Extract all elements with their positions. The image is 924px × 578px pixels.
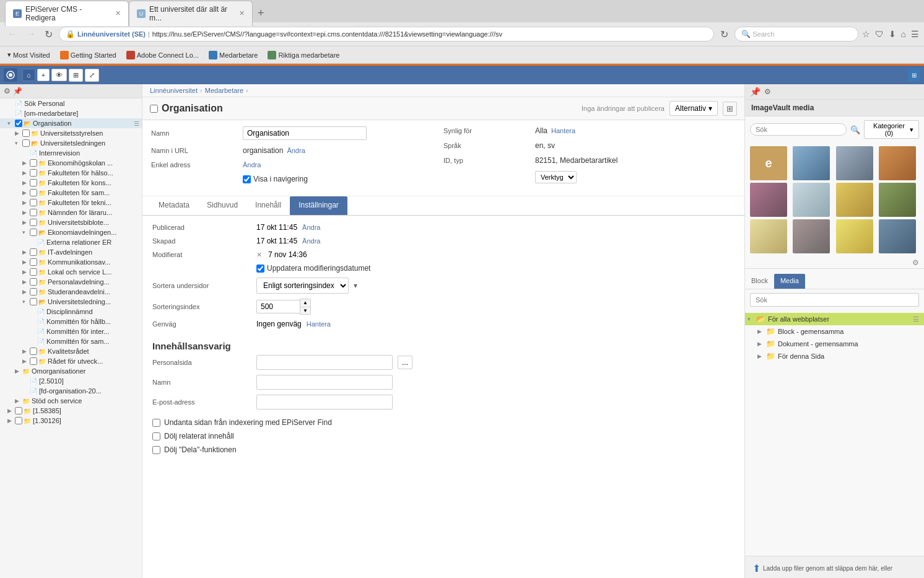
tab-close-1[interactable]: ✕ bbox=[115, 9, 121, 17]
alternativ-button[interactable]: Alternativ ▾ bbox=[669, 101, 718, 116]
sidebar-item-organisation[interactable]: ▾ 📂 Organisation ☰ bbox=[0, 118, 142, 128]
relaterat-checkbox[interactable] bbox=[152, 432, 160, 440]
sidebar-item-studerandeavdelni[interactable]: ▶ 📁 Studerandeavdelni... bbox=[0, 287, 142, 297]
epost-input[interactable] bbox=[256, 395, 393, 409]
tab-metadata[interactable]: Metadata bbox=[150, 196, 198, 215]
sidebar-item-fd-organisation[interactable]: 📄 [fd-organisation-20... bbox=[0, 386, 142, 396]
bookmark-getting-started[interactable]: Getting Started bbox=[58, 50, 119, 61]
tree-checkbox[interactable] bbox=[30, 189, 37, 196]
tree-checkbox[interactable] bbox=[30, 229, 37, 236]
skapad-andra-link[interactable]: Ändra bbox=[302, 237, 320, 245]
sidebar-item-fakulteten-halso[interactable]: ▶ 📁 Fakulteten för hälso... bbox=[0, 168, 142, 178]
tree-checkbox[interactable] bbox=[30, 248, 37, 256]
fullscreen-button[interactable]: ⤢ bbox=[85, 69, 99, 82]
tab-installningar[interactable]: Inställningar bbox=[290, 196, 347, 215]
sortera-arrow-icon[interactable]: ▾ bbox=[354, 281, 357, 290]
image-thumb-2[interactable] bbox=[793, 146, 830, 180]
pin-icon[interactable]: 📌 bbox=[13, 87, 22, 95]
browser-tab-2[interactable]: U Ett universitet där allt är m... ✕ bbox=[129, 1, 253, 26]
sidebar-item-fakulteten-tekni[interactable]: ▶ 📁 Fakulteten för tekni... bbox=[0, 198, 142, 208]
tree-checkbox[interactable] bbox=[30, 288, 37, 296]
sidebar-item-universitetsledning2[interactable]: ▾ 📂 Universitetsledning... bbox=[0, 297, 142, 307]
tree-checkbox[interactable] bbox=[15, 407, 22, 414]
enkel-adress-andra-link[interactable]: Ändra bbox=[243, 161, 261, 169]
imagevault-search-icon[interactable]: 🔍 bbox=[850, 125, 860, 134]
tree-checkbox[interactable] bbox=[30, 209, 37, 216]
image-thumb-5[interactable] bbox=[750, 183, 787, 217]
url-bar[interactable]: 🔒 Linnéuniversitet (SE) | https://lnu.se… bbox=[59, 27, 714, 42]
personalsida-browse-button[interactable]: ... bbox=[398, 356, 412, 369]
kategorier-button[interactable]: Kategorier (0) ▾ bbox=[864, 120, 919, 139]
sidebar-item-1-30126[interactable]: ▶ 📁 [1.30126] bbox=[0, 416, 142, 426]
sidebar-item-disciplinnämnd[interactable]: 📄 Disciplinnämnd bbox=[0, 307, 142, 317]
tree-checkbox[interactable] bbox=[30, 298, 37, 305]
sidebar-item-externa-relationer[interactable]: 📄 Externa relationer ER bbox=[0, 237, 142, 247]
block-search-input[interactable] bbox=[750, 293, 919, 307]
bookmark-adobe[interactable]: Adobe Connect Lo... bbox=[124, 50, 201, 61]
namn-person-input[interactable] bbox=[256, 375, 393, 390]
tree-checkbox[interactable] bbox=[30, 348, 37, 355]
sorteringsindex-spin-up[interactable]: ▲ bbox=[300, 299, 310, 307]
forward-button[interactable]: → bbox=[24, 27, 38, 41]
imagevault-search-input[interactable] bbox=[750, 123, 847, 136]
add-content-button[interactable]: + bbox=[37, 69, 50, 81]
refresh-button[interactable]: ↻ bbox=[718, 27, 731, 42]
sortera-select[interactable]: Enligt sorteringsindex bbox=[256, 278, 349, 294]
view-button[interactable]: 👁 bbox=[51, 69, 67, 81]
tree-checkbox[interactable] bbox=[30, 258, 37, 266]
sidebar-item-stod-service[interactable]: ▶ 📁 Stöd och service bbox=[0, 396, 142, 406]
image-thumb-4[interactable] bbox=[879, 146, 916, 180]
uppdatera-checkbox[interactable] bbox=[256, 265, 264, 273]
image-thumb-7[interactable] bbox=[836, 183, 873, 217]
indexering-checkbox[interactable] bbox=[152, 419, 160, 427]
sidebar-item-2-5010[interactable]: 📄 [2.5010] bbox=[0, 376, 142, 386]
sidebar-item-universitetsstyrelsen[interactable]: ▶ 📁 Universitetsstyrelsen bbox=[0, 128, 142, 138]
sidebar-item-fakulteten-sam[interactable]: ▶ 📁 Fakulteten för sam... bbox=[0, 188, 142, 198]
tree-checkbox[interactable] bbox=[22, 139, 30, 147]
image-thumb-8[interactable] bbox=[879, 183, 916, 217]
sidebar-item-omorganisationer[interactable]: ▶ 📁 Omorganisationer bbox=[0, 366, 142, 376]
image-thumb-9[interactable] bbox=[750, 219, 787, 253]
sorteringsindex-input[interactable] bbox=[256, 300, 300, 313]
bookmark-medarbetare[interactable]: Medarbetare bbox=[206, 50, 260, 61]
sidebar-item-lokal-service[interactable]: ▶ 📁 Lokal och service L... bbox=[0, 267, 142, 277]
sidebar-item-kommitten-hallb[interactable]: 📄 Kommittén för hållb... bbox=[0, 317, 142, 326]
sidebar-item-personalavdelning[interactable]: ▶ 📁 Personalavdelning... bbox=[0, 277, 142, 287]
visa-navigering-checkbox[interactable] bbox=[243, 175, 251, 183]
imagevault-settings-icon[interactable]: ⚙ bbox=[912, 258, 919, 267]
star-icon[interactable]: ☆ bbox=[862, 29, 870, 39]
layout-button[interactable]: ⊞ bbox=[69, 69, 83, 82]
file-menu-btn-alla[interactable]: ☰ bbox=[913, 315, 919, 323]
reload-button[interactable]: ↻ bbox=[42, 27, 55, 42]
tree-checkbox-organisation[interactable] bbox=[15, 120, 22, 127]
tree-checkbox[interactable] bbox=[30, 268, 37, 276]
sidebar-item-kommitten-sam[interactable]: 📄 Kommittén för sam... bbox=[0, 336, 142, 346]
personalsida-input[interactable] bbox=[256, 355, 393, 370]
media-tab[interactable]: Media bbox=[774, 274, 805, 289]
sidebar-item-kommitten-inter[interactable]: 📄 Kommittén för inter... bbox=[0, 326, 142, 336]
publicerad-andra-link[interactable]: Ändra bbox=[302, 224, 320, 231]
image-thumb-6[interactable] bbox=[793, 183, 830, 217]
shield-icon[interactable]: 🛡 bbox=[875, 29, 884, 39]
breadcrumb-link-linne[interactable]: Linnéuniversitet bbox=[150, 87, 198, 94]
bookmark-most-visited[interactable]: ▾ Most Visited bbox=[5, 50, 53, 60]
file-tree-for-denna-sida[interactable]: ▶ 📁 För denna Sida bbox=[745, 350, 924, 362]
sidebar-item-sok-personal[interactable]: 📄 Sök Personal bbox=[0, 99, 142, 108]
sidebar-item-kvalitetsradet[interactable]: ▶ 📁 Kvalitetsrådet bbox=[0, 346, 142, 356]
synlig-for-hantera-link[interactable]: Hantera bbox=[551, 127, 575, 134]
bookmark-icon[interactable]: ☰ bbox=[911, 29, 919, 39]
namn-url-andra-link[interactable]: Ändra bbox=[287, 147, 305, 154]
tab-innehall[interactable]: Innehåll bbox=[246, 196, 290, 215]
sidebar-item-internrevision[interactable]: 📄 Internrevision bbox=[0, 148, 142, 158]
tree-checkbox[interactable] bbox=[30, 357, 37, 365]
layout-toggle-button[interactable]: ⊞ bbox=[723, 102, 737, 116]
image-thumb-1[interactable]: e bbox=[750, 146, 787, 180]
page-checkbox[interactable] bbox=[150, 105, 158, 113]
back-button[interactable]: ← bbox=[5, 27, 20, 41]
block-tab[interactable]: Block bbox=[745, 274, 774, 289]
sidebar-item-ekonomiavdelningen[interactable]: ▾ 📂 Ekonomiavdelningen... bbox=[0, 227, 142, 237]
tree-checkbox[interactable] bbox=[30, 169, 37, 177]
file-tree-dokument[interactable]: ▶ 📁 Dokument - gemensamma bbox=[745, 338, 924, 350]
search-box[interactable]: 🔍 Search bbox=[734, 27, 858, 42]
settings-icon[interactable]: ⚙ bbox=[4, 87, 11, 95]
